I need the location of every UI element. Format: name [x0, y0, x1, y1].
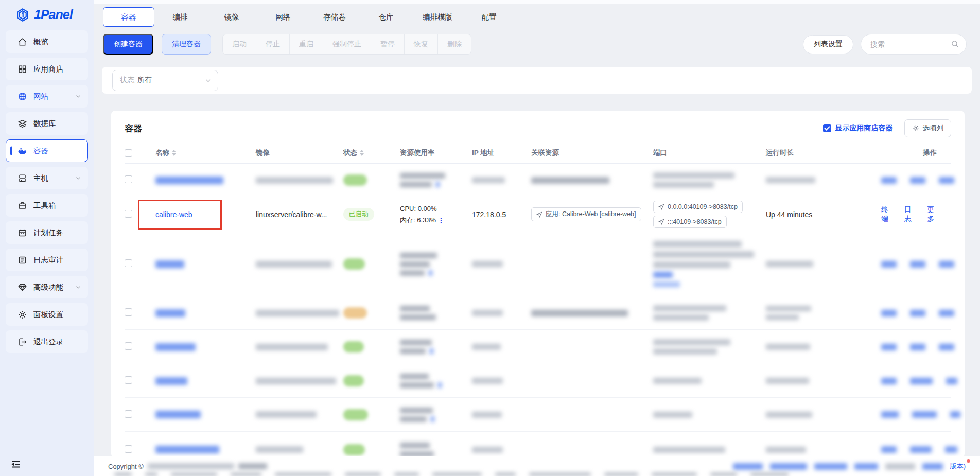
- row-checkbox[interactable]: [125, 410, 132, 418]
- tab-network[interactable]: 网络: [257, 7, 309, 27]
- container-name-link[interactable]: calibre-web: [155, 210, 192, 219]
- sort-icon[interactable]: [360, 150, 364, 156]
- row-checkbox[interactable]: [125, 210, 132, 218]
- card-header: 容器 显示应用商店容器 选项列: [125, 111, 951, 143]
- sidebar-item-label: 计划任务: [33, 228, 63, 238]
- header-name[interactable]: 名称: [155, 148, 256, 157]
- more-action-link[interactable]: 更多: [927, 205, 937, 224]
- sidebar-item-settings[interactable]: 面板设置: [6, 303, 88, 326]
- column-options-button[interactable]: 选项列: [904, 119, 952, 137]
- tab-config[interactable]: 配置: [463, 7, 515, 27]
- redacted-block: [766, 177, 815, 183]
- show-appstore-label: 显示应用商店容器: [835, 124, 893, 133]
- row-checkbox[interactable]: [125, 175, 132, 183]
- app-logo[interactable]: 1Panel: [0, 0, 94, 28]
- sidebar-item-host[interactable]: 主机: [6, 167, 88, 189]
- associated-app-tag[interactable]: 应用: Calibre-Web [calibre-web]: [531, 207, 641, 221]
- redacted-block: [436, 182, 440, 187]
- header-status[interactable]: 状态: [343, 148, 400, 157]
- row-checkbox[interactable]: [125, 259, 132, 267]
- sort-icon[interactable]: [172, 150, 176, 156]
- redacted-block: [155, 446, 219, 453]
- status-badge: 已启动: [343, 208, 374, 221]
- redacted-block: [653, 261, 730, 268]
- pause-button[interactable]: 暂停: [371, 34, 405, 54]
- show-appstore-checkbox[interactable]: 显示应用商店容器: [823, 124, 893, 133]
- sidebar-item-appstore[interactable]: 应用商店: [6, 58, 88, 80]
- sidebar-item-cronjob[interactable]: 计划任务: [6, 221, 88, 244]
- port-mapping-tag[interactable]: :::40109->8083/tcp: [653, 216, 727, 228]
- gear-icon: [912, 125, 919, 132]
- resource-monitor-icon[interactable]: ⋮: [437, 216, 445, 224]
- redacted-block: [472, 378, 503, 384]
- home-icon: [18, 37, 27, 47]
- sidebar-item-database[interactable]: 数据库: [6, 112, 88, 135]
- status-filter-select[interactable]: 状态 所有: [112, 70, 218, 91]
- sidebar-item-overview[interactable]: 概览: [6, 30, 88, 53]
- redacted-link: [814, 463, 847, 470]
- header-select-all: [125, 149, 155, 157]
- sidebar-item-advanced[interactable]: 高级功能: [6, 276, 88, 298]
- port-mapping-label: 0.0.0.0:40109->8083/tcp: [668, 203, 738, 210]
- redacted-action: [939, 310, 954, 316]
- row-checkbox[interactable]: [125, 308, 132, 316]
- redacted-link: [854, 463, 878, 470]
- redacted-action: [939, 261, 954, 268]
- resume-button[interactable]: 恢复: [405, 34, 438, 54]
- sidebar-item-toolbox[interactable]: 工具箱: [6, 194, 88, 217]
- tab-image[interactable]: 镜像: [206, 7, 257, 27]
- tab-repo[interactable]: 仓库: [360, 7, 412, 27]
- row-checkbox[interactable]: [125, 445, 132, 453]
- navigate-icon: [658, 219, 664, 225]
- row-checkbox[interactable]: [125, 376, 132, 384]
- sidebar-item-label: 网站: [33, 92, 48, 101]
- redacted-block: [766, 447, 806, 453]
- sidebar-item-website[interactable]: 网站: [6, 85, 88, 108]
- terminal-action-link[interactable]: 终端: [881, 205, 891, 224]
- restart-button[interactable]: 重启: [290, 34, 323, 54]
- sidebar-item-logout[interactable]: 退出登录: [6, 330, 88, 353]
- header-status-label: 状态: [343, 148, 357, 157]
- redacted-action: [881, 177, 897, 184]
- redacted-block: [155, 343, 196, 351]
- sidebar-item-container[interactable]: 容器: [6, 139, 88, 162]
- port-mapping-label: :::40109->8083/tcp: [668, 218, 722, 225]
- redacted-block: [155, 260, 184, 268]
- port-mapping-tag[interactable]: 0.0.0.0:40109->8083/tcp: [653, 201, 743, 213]
- redacted-block: [400, 314, 436, 320]
- redacted-block: [114, 473, 132, 476]
- app-title: 1Panel: [34, 7, 73, 22]
- redacted-block: [256, 411, 317, 418]
- redacted-block: [472, 261, 503, 267]
- select-all-checkbox[interactable]: [125, 149, 132, 157]
- redacted-status: [343, 409, 368, 420]
- container-ip: 172.18.0.5: [472, 210, 531, 219]
- redacted-block: [653, 412, 692, 418]
- force-stop-button[interactable]: 强制停止: [323, 34, 371, 54]
- tab-compose-template[interactable]: 编排模版: [412, 7, 463, 27]
- tab-compose[interactable]: 编排: [154, 7, 206, 27]
- navigate-icon: [658, 204, 664, 210]
- redacted-block: [400, 306, 430, 311]
- sidebar-item-label: 应用商店: [33, 64, 63, 74]
- footer-links: 版本): [733, 462, 966, 471]
- stop-button[interactable]: 停止: [256, 34, 290, 54]
- redacted-block: [766, 412, 812, 418]
- version-link[interactable]: 版本): [950, 462, 966, 471]
- tab-volume[interactable]: 存储卷: [309, 7, 360, 27]
- row-checkbox[interactable]: [125, 342, 132, 350]
- sidebar-item-label: 日志审计: [33, 255, 63, 265]
- sidebar-item-label: 概览: [33, 37, 48, 47]
- redacted-block: [155, 309, 185, 317]
- sidebar-collapse-button[interactable]: [0, 452, 94, 476]
- list-settings-button[interactable]: 列表设置: [803, 35, 853, 54]
- tab-container[interactable]: 容器: [103, 7, 154, 27]
- create-container-button[interactable]: 创建容器: [103, 34, 153, 55]
- sidebar-item-logs[interactable]: 日志审计: [6, 249, 88, 271]
- redacted-link: [770, 463, 807, 470]
- logs-action-link[interactable]: 日志: [904, 205, 914, 224]
- clean-container-button[interactable]: 清理容器: [162, 34, 211, 55]
- chevron-down-icon: [75, 175, 81, 181]
- delete-button[interactable]: 删除: [438, 34, 471, 54]
- start-button[interactable]: 启动: [223, 34, 256, 54]
